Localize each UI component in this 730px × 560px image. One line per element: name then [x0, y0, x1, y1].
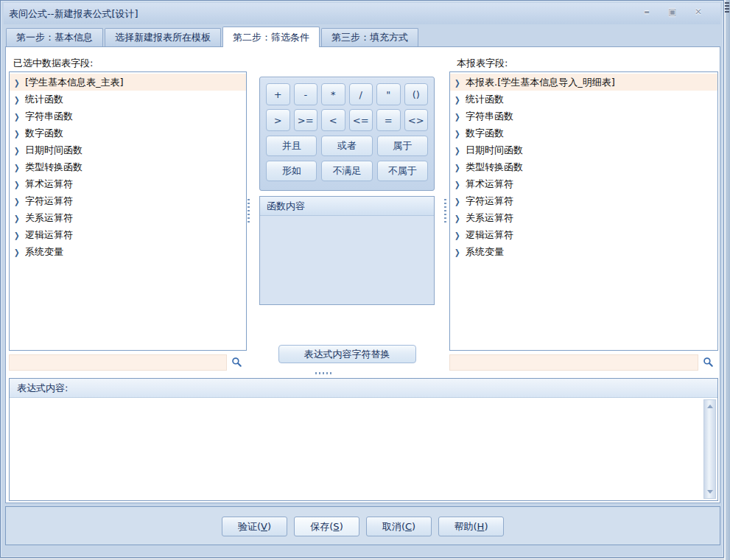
chevron-right-icon[interactable]: ❯ — [14, 78, 25, 87]
search-icon[interactable] — [698, 354, 718, 371]
tree-item[interactable]: ❯[学生基本信息表_主表] — [10, 74, 246, 91]
chevron-right-icon[interactable]: ❯ — [455, 248, 466, 256]
tree-item[interactable]: ❯字符串函数 — [10, 108, 246, 125]
chevron-right-icon[interactable]: ❯ — [14, 95, 25, 104]
tree-item-label: 逻辑运算符 — [466, 228, 513, 242]
chevron-right-icon[interactable]: ❯ — [455, 129, 466, 138]
operator-neq-button[interactable]: <> — [404, 109, 429, 131]
vertical-scrollbar[interactable] — [703, 399, 716, 499]
right-splitter-handle[interactable] — [444, 199, 446, 223]
tab-select-template[interactable]: 选择新建报表所在模板 — [105, 28, 221, 46]
operator-in-button[interactable]: 属于 — [377, 136, 428, 156]
operator-quote-button[interactable]: " — [376, 83, 401, 105]
button-mnemonic: C — [405, 521, 412, 532]
tree-item[interactable]: ❯统计函数 — [450, 91, 717, 108]
chevron-right-icon[interactable]: ❯ — [14, 112, 25, 121]
operator-divide-button[interactable]: / — [349, 83, 373, 105]
tree-item[interactable]: ❯日期时间函数 — [10, 141, 246, 158]
operator-not-in-button[interactable]: 不属于 — [377, 161, 428, 181]
button-mnemonic: V — [261, 521, 267, 532]
tree-item[interactable]: ❯字符串函数 — [450, 108, 717, 125]
expression-replace-button[interactable]: 表达式内容字符替换 — [278, 345, 416, 363]
right-search-input[interactable] — [449, 354, 698, 371]
scroll-up-icon[interactable] — [704, 400, 715, 413]
help-button[interactable]: 帮助(H) — [438, 517, 504, 536]
tree-item[interactable]: ❯字符运算符 — [10, 192, 246, 209]
verify-button[interactable]: 验证(V) — [222, 517, 287, 536]
operator-like-button[interactable]: 形如 — [266, 161, 317, 181]
chevron-right-icon[interactable]: ❯ — [455, 197, 466, 206]
titlebar[interactable]: 表间公式--新建报表公式[设计] — [4, 3, 720, 24]
chevron-right-icon[interactable]: ❯ — [455, 146, 466, 155]
operator-eq-button[interactable]: = — [376, 109, 401, 131]
tree-item[interactable]: ❯类型转换函数 — [450, 158, 717, 175]
tree-item[interactable]: ❯关系运算符 — [10, 209, 246, 226]
chevron-right-icon[interactable]: ❯ — [455, 163, 466, 172]
left-search-input[interactable] — [9, 354, 227, 371]
tree-item-label: 类型转换函数 — [25, 161, 83, 174]
operator-or-button[interactable]: 或者 — [321, 136, 372, 156]
chevron-right-icon[interactable]: ❯ — [455, 95, 466, 104]
scrollbar-track[interactable] — [704, 413, 715, 486]
word-operator-grid-1: 并且 或者 属于 — [266, 136, 428, 156]
save-button[interactable]: 保存(S) — [294, 517, 359, 536]
scroll-down-icon[interactable] — [704, 486, 715, 498]
tab-step2-filter-conditions[interactable]: 第二步：筛选条件 — [222, 27, 320, 47]
operator-gt-button[interactable]: > — [266, 109, 290, 131]
tree-item[interactable]: ❯算术运算符 — [450, 175, 717, 192]
operator-parentheses-button[interactable]: () — [404, 83, 429, 105]
chevron-right-icon[interactable]: ❯ — [14, 248, 25, 256]
left-search-row — [9, 354, 247, 371]
expression-textarea[interactable] — [10, 398, 717, 500]
tree-item-label: 类型转换函数 — [466, 161, 523, 174]
tree-item[interactable]: ❯日期时间函数 — [450, 141, 717, 158]
tree-item[interactable]: ❯系统变量 — [450, 243, 717, 260]
operator-minus-button[interactable]: - — [294, 83, 318, 105]
minimize-icon[interactable]: ▬ — [638, 6, 656, 18]
tree-item[interactable]: ❯本报表.[学生基本信息导入_明细表] — [450, 74, 717, 91]
operator-not-satisfy-button[interactable]: 不满足 — [321, 161, 372, 181]
tree-item-label: 本报表.[学生基本信息导入_明细表] — [466, 76, 615, 89]
operator-multiply-button[interactable]: * — [321, 83, 345, 105]
tree-item-label: [学生基本信息表_主表] — [25, 76, 124, 89]
tree-item-label: 数字函数 — [25, 127, 63, 140]
operator-lt-button[interactable]: < — [321, 109, 345, 131]
operator-panel: + - * / " () > >= < <= = <> 并且 或者 属于 — [259, 77, 435, 191]
chevron-right-icon[interactable]: ❯ — [14, 146, 25, 155]
tree-item[interactable]: ❯系统变量 — [10, 243, 246, 260]
tree-item[interactable]: ❯统计函数 — [10, 91, 246, 108]
operator-gte-button[interactable]: >= — [294, 109, 318, 131]
chevron-right-icon[interactable]: ❯ — [14, 214, 25, 223]
tree-item[interactable]: ❯数字函数 — [450, 125, 717, 141]
operator-and-button[interactable]: 并且 — [266, 136, 317, 156]
chevron-right-icon[interactable]: ❯ — [455, 180, 466, 189]
chevron-right-icon[interactable]: ❯ — [455, 112, 466, 121]
maximize-icon[interactable]: ▣ — [664, 6, 681, 18]
cancel-button[interactable]: 取消(C) — [366, 517, 432, 536]
chevron-right-icon[interactable]: ❯ — [14, 197, 25, 206]
tab-step3-fill-method[interactable]: 第三步：填充方式 — [321, 28, 418, 46]
tree-item[interactable]: ❯类型转换函数 — [10, 158, 246, 175]
chevron-right-icon[interactable]: ❯ — [14, 231, 25, 239]
tree-item[interactable]: ❯字符运算符 — [450, 192, 717, 209]
tree-item[interactable]: ❯算术运算符 — [10, 175, 246, 192]
search-icon[interactable] — [227, 354, 247, 371]
button-label-part: 取消( — [382, 521, 405, 532]
window-title: 表间公式--新建报表公式[设计] — [9, 8, 138, 19]
chevron-right-icon[interactable]: ❯ — [455, 214, 466, 223]
operator-plus-button[interactable]: + — [266, 83, 290, 105]
chevron-right-icon[interactable]: ❯ — [14, 163, 25, 172]
left-splitter-handle[interactable] — [248, 199, 250, 223]
chevron-right-icon[interactable]: ❯ — [14, 180, 25, 189]
close-icon[interactable]: ✕ — [689, 6, 707, 18]
chevron-right-icon[interactable]: ❯ — [455, 78, 466, 87]
chevron-right-icon[interactable]: ❯ — [14, 129, 25, 138]
chevron-right-icon[interactable]: ❯ — [455, 231, 466, 239]
tree-item[interactable]: ❯数字函数 — [10, 125, 246, 141]
tab-step1-basic-info[interactable]: 第一步：基本信息 — [6, 28, 103, 46]
tree-item[interactable]: ❯逻辑运算符 — [10, 226, 246, 243]
horizontal-splitter-handle[interactable] — [315, 372, 332, 374]
tree-item[interactable]: ❯关系运算符 — [450, 209, 717, 226]
tree-item[interactable]: ❯逻辑运算符 — [450, 226, 717, 243]
operator-lte-button[interactable]: <= — [349, 109, 373, 131]
